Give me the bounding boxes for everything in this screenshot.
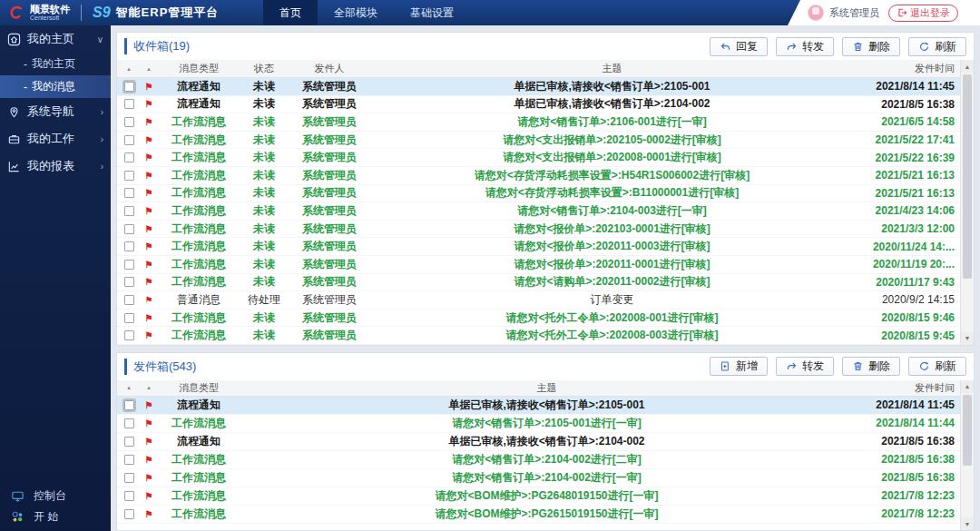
message-subject[interactable]: 请您对<销售订单>:2104-003进行[一审] (371, 203, 853, 219)
message-subject[interactable]: 请您对<存货浮动耗损率设置>:B11000001进行[审核] (371, 185, 853, 201)
message-subject[interactable]: 请您对<报价单>:202011-0001进行[审核] (371, 257, 853, 272)
message-subject[interactable]: 订单变更 (371, 292, 853, 308)
table-row[interactable]: ⚑ 流程通知 未读 系统管理员 单据已审核,请接收<销售订单>:2104-002… (117, 96, 960, 114)
refresh-button[interactable]: 刷新 (908, 37, 966, 56)
column-header-type[interactable]: 消息类型 (157, 381, 240, 395)
message-subject[interactable]: 请您对<销售订单>:2105-001进行[一审] (240, 416, 853, 431)
row-checkbox[interactable] (124, 400, 134, 410)
row-checkbox[interactable] (124, 330, 134, 340)
row-checkbox[interactable] (124, 491, 134, 501)
message-subject[interactable]: 请您对<支出报销单>:202008-0001进行[审核] (371, 150, 853, 165)
sidebar-item-my-work[interactable]: 我的工作 › (0, 125, 111, 152)
message-subject[interactable]: 请您对<销售订单>:2104-002进行[一审] (240, 470, 853, 486)
message-subject[interactable]: 请您对<托外工令单>:202008-003进行[审核] (371, 328, 853, 343)
column-header-time[interactable]: 发件时间 (853, 62, 960, 75)
console-button[interactable]: 控制台 (0, 486, 111, 506)
message-subject[interactable]: 请您对<BOM维护>:PG2615019150进行[一审] (240, 506, 853, 522)
sidebar-item-my-home[interactable]: 我的主页 ∨ (0, 25, 111, 53)
row-checkbox[interactable] (124, 206, 134, 216)
row-checkbox[interactable] (124, 188, 134, 198)
outbox-scrollbar[interactable]: ▲ ▼ (960, 380, 974, 530)
column-header-time[interactable]: 发件时间 (853, 381, 960, 395)
table-row[interactable]: ⚑ 工作流消息 请您对<销售订单>:2104-002进行[二审] 2021/8/… (117, 451, 960, 469)
scroll-up-icon[interactable]: ▲ (961, 380, 974, 393)
priority-column-icon[interactable]: ▴ (117, 65, 141, 73)
tab-home[interactable]: 首页 (263, 0, 318, 25)
row-checkbox[interactable] (124, 171, 134, 181)
column-header-status[interactable]: 状态 (240, 62, 288, 75)
flag-column-icon[interactable]: ▴ (141, 65, 157, 73)
message-subject[interactable]: 请您对<报价单>:202103-0001进行[审核] (371, 221, 853, 237)
delete-button[interactable]: 删除 (842, 357, 900, 376)
tab-basic-settings[interactable]: 基础设置 (394, 0, 470, 25)
forward-button[interactable]: 转发 (776, 357, 834, 376)
tab-all-modules[interactable]: 全部模块 (318, 0, 394, 25)
message-subject[interactable]: 单据已审核,请接收<销售订单>:2104-002 (371, 96, 853, 112)
table-row[interactable]: ⚑ 工作流消息 请您对<BOM维护>:PG2615019150进行[一审] 20… (117, 506, 960, 524)
table-row[interactable]: ⚑ 流程通知 单据已审核,请接收<销售订单>:2105-001 2021/8/1… (117, 397, 960, 415)
message-subject[interactable]: 请您对<销售订单>:2106-001进行[一审] (371, 114, 853, 130)
scroll-up-icon[interactable]: ▲ (961, 60, 974, 73)
message-subject[interactable]: 单据已审核,请接收<销售订单>:2105-001 (240, 398, 853, 413)
row-checkbox[interactable] (124, 473, 134, 483)
table-row[interactable]: ⚑ 工作流消息 请您对<BOM维护>:PG2648019150进行[一审] 20… (117, 487, 960, 506)
priority-column-icon[interactable]: ▴ (117, 384, 141, 391)
message-subject[interactable]: 请您对<存货浮动耗损率设置>:H54R1S006002进行[审核] (371, 168, 853, 183)
start-button[interactable]: 开 始 (0, 506, 111, 527)
message-subject[interactable]: 请您对<支出报销单>:202105-0002进行[审核] (371, 133, 853, 148)
message-subject[interactable]: 单据已审核,请接收<销售订单>:2104-002 (240, 434, 853, 449)
scrollbar-thumb[interactable] (963, 74, 972, 279)
message-subject[interactable]: 请您对<销售订单>:2104-002进行[二审] (240, 452, 853, 467)
row-checkbox[interactable] (124, 99, 134, 109)
delete-button[interactable]: 删除 (842, 37, 900, 56)
row-checkbox[interactable] (124, 135, 134, 145)
row-checkbox[interactable] (124, 260, 134, 270)
table-row[interactable]: ⚑ 工作流消息 未读 系统管理员 请您对<存货浮动耗损率设置>:H54R1S00… (117, 167, 960, 185)
scrollbar-thumb[interactable] (963, 395, 972, 466)
row-checkbox[interactable] (124, 437, 134, 447)
row-checkbox[interactable] (124, 295, 134, 305)
logout-button[interactable]: 退出登录 (888, 5, 958, 22)
message-subject[interactable]: 请您对<请购单>:202011-0002进行[审核] (371, 274, 853, 290)
row-checkbox[interactable] (124, 455, 134, 465)
table-row[interactable]: ⚑ 工作流消息 未读 系统管理员 请您对<托外工令单>:202008-003进行… (117, 327, 960, 345)
scroll-down-icon[interactable]: ▼ (961, 517, 974, 530)
table-row[interactable]: ⚑ 工作流消息 未读 系统管理员 请您对<报价单>:202011-0001进行[… (117, 256, 960, 274)
row-checkbox[interactable] (124, 117, 134, 127)
sidebar-item-system-nav[interactable]: 系统导航 › (0, 98, 111, 125)
row-checkbox[interactable] (124, 152, 134, 162)
table-row[interactable]: ⚑ 工作流消息 未读 系统管理员 请您对<存货浮动耗损率设置>:B1100000… (117, 185, 960, 203)
row-checkbox[interactable] (124, 509, 134, 519)
row-checkbox[interactable] (124, 224, 134, 234)
table-row[interactable]: ⚑ 工作流消息 未读 系统管理员 请您对<支出报销单>:202105-0002进… (117, 132, 960, 150)
table-row[interactable]: ⚑ 工作流消息 未读 系统管理员 请您对<销售订单>:2106-001进行[一审… (117, 113, 960, 132)
column-header-subject[interactable]: 主题 (371, 62, 853, 75)
table-row[interactable]: ⚑ 工作流消息 未读 系统管理员 请您对<请购单>:202011-0002进行[… (117, 274, 960, 292)
sidebar-item-my-reports[interactable]: 我的报表 › (0, 152, 111, 180)
column-header-sender[interactable]: 发件人 (288, 62, 371, 75)
flag-column-icon[interactable]: ▴ (141, 384, 157, 391)
message-subject[interactable]: 请您对<报价单>:202011-0003进行[审核] (371, 239, 853, 254)
table-row[interactable]: ⚑ 工作流消息 未读 系统管理员 请您对<支出报销单>:202008-0001进… (117, 149, 960, 167)
message-subject[interactable]: 请您对<BOM维护>:PG2648019150进行[一审] (240, 488, 853, 504)
table-row[interactable]: ⚑ 工作流消息 未读 系统管理员 请您对<报价单>:202103-0001进行[… (117, 221, 960, 239)
row-checkbox[interactable] (124, 241, 134, 251)
sidebar-subitem-my-messages[interactable]: - 我的消息 (0, 75, 111, 98)
row-checkbox[interactable] (124, 418, 134, 428)
table-row[interactable]: ⚑ 工作流消息 未读 系统管理员 请您对<托外工令单>:202008-001进行… (117, 310, 960, 328)
message-subject[interactable]: 请您对<托外工令单>:202008-001进行[审核] (371, 310, 853, 326)
table-row[interactable]: ⚑ 工作流消息 未读 系统管理员 请您对<报价单>:202011-0003进行[… (117, 238, 960, 256)
new-button[interactable]: 新增 (710, 357, 768, 376)
column-header-type[interactable]: 消息类型 (157, 62, 240, 75)
table-row[interactable]: ⚑ 工作流消息 请您对<销售订单>:2104-002进行[一审] 2021/8/… (117, 469, 960, 487)
scroll-down-icon[interactable]: ▼ (961, 332, 974, 345)
refresh-button[interactable]: 刷新 (908, 357, 966, 376)
row-checkbox[interactable] (124, 277, 134, 287)
row-checkbox[interactable] (124, 313, 134, 323)
table-row[interactable]: ⚑ 工作流消息 请您对<销售订单>:2105-001进行[一审] 2021/8/… (117, 415, 960, 433)
row-checkbox[interactable] (124, 82, 134, 92)
message-subject[interactable]: 单据已审核,请接收<销售订单>:2105-001 (371, 79, 853, 94)
inbox-scrollbar[interactable]: ▲ ▼ (960, 60, 974, 345)
reply-button[interactable]: 回复 (710, 37, 768, 56)
avatar[interactable] (808, 5, 824, 21)
